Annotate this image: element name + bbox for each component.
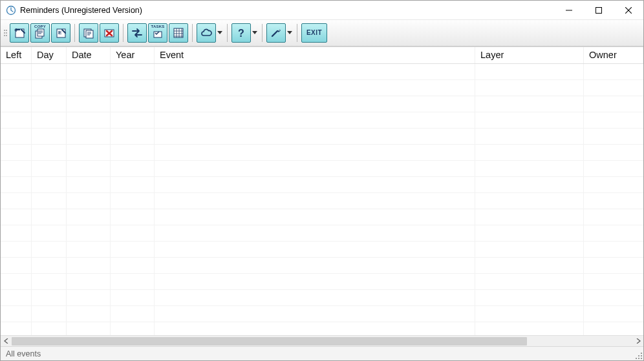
close-button[interactable] [614,1,643,20]
col-header-day[interactable]: Day [32,47,67,64]
scroll-right-arrow[interactable] [632,336,643,347]
table-row[interactable] [1,209,643,225]
cloud-button[interactable] [197,23,216,43]
table-row[interactable] [1,258,643,274]
status-text: All events [6,349,41,358]
svg-point-13 [278,29,279,30]
delete-button[interactable] [100,23,119,43]
edit-event-button[interactable]: E [51,23,70,43]
table-row[interactable] [1,161,643,177]
settings-dropdown[interactable] [286,23,293,43]
table-row[interactable] [1,96,643,112]
horizontal-scrollbar[interactable] [1,335,643,346]
status-bar: All events [1,346,643,360]
table-row[interactable] [1,129,643,145]
help-button[interactable]: ? [231,23,251,43]
scroll-left-arrow[interactable] [1,336,12,347]
svg-text:?: ? [238,28,244,39]
scroll-thumb[interactable] [12,337,527,346]
table-row[interactable] [1,322,643,335]
toolbar-grip [3,24,7,42]
settings-button[interactable] [266,23,286,43]
svg-rect-8 [86,30,93,38]
title-bar: Reminders (Unregistered Version) [1,1,643,20]
grid-header: Left Day Date Year Event Layer Owner [1,47,643,65]
table-row[interactable] [1,225,643,242]
table-row[interactable] [1,193,643,209]
svg-rect-1 [596,7,602,13]
table-row[interactable] [1,274,643,290]
calendar-button[interactable] [169,23,188,43]
new-event-button[interactable] [10,23,29,43]
col-header-event[interactable]: Event [155,47,475,64]
table-row[interactable] [1,306,643,322]
toolbar: COPY E [1,20,643,46]
table-row[interactable] [1,80,643,96]
toolbar-separator [74,24,75,42]
col-header-layer[interactable]: Layer [475,47,584,64]
tasks-label: TASKS [149,25,167,28]
table-row[interactable] [1,290,643,306]
cloud-dropdown[interactable] [217,23,223,43]
toolbar-separator [262,24,263,42]
exit-label: EXIT [306,29,322,36]
copy-event-button[interactable]: COPY [30,23,50,43]
maximize-button[interactable] [584,1,614,20]
col-header-owner[interactable]: Owner [584,47,643,64]
event-grid: Left Day Date Year Event Layer Owner [1,46,643,347]
toolbar-separator [123,24,123,42]
svg-rect-4 [38,29,44,36]
toolbar-separator [227,24,228,42]
exit-button[interactable]: EXIT [301,23,327,43]
sync-button[interactable] [127,23,147,43]
duplicate-button[interactable] [79,23,98,43]
copy-label: COPY [31,25,49,28]
app-window: Reminders (Unregistered Version) COPY [0,0,644,361]
window-title: Reminders (Unregistered Version) [20,6,142,15]
minimize-button[interactable] [554,1,584,20]
toolbar-separator [192,24,193,42]
table-row[interactable] [1,64,643,80]
resize-grip[interactable] [634,351,642,359]
col-header-year[interactable]: Year [111,47,155,64]
tasks-button[interactable]: TASKS [148,23,167,43]
table-row[interactable] [1,177,643,193]
col-header-left[interactable]: Left [1,47,32,64]
toolbar-separator [297,24,297,42]
scroll-track[interactable] [12,336,632,347]
help-dropdown[interactable] [252,23,258,43]
table-row[interactable] [1,242,643,258]
grid-body[interactable] [1,64,643,335]
col-header-date[interactable]: Date [67,47,111,64]
table-row[interactable] [1,112,643,129]
table-row[interactable] [1,145,643,161]
app-icon [6,5,16,15]
svg-text:E: E [58,30,62,36]
